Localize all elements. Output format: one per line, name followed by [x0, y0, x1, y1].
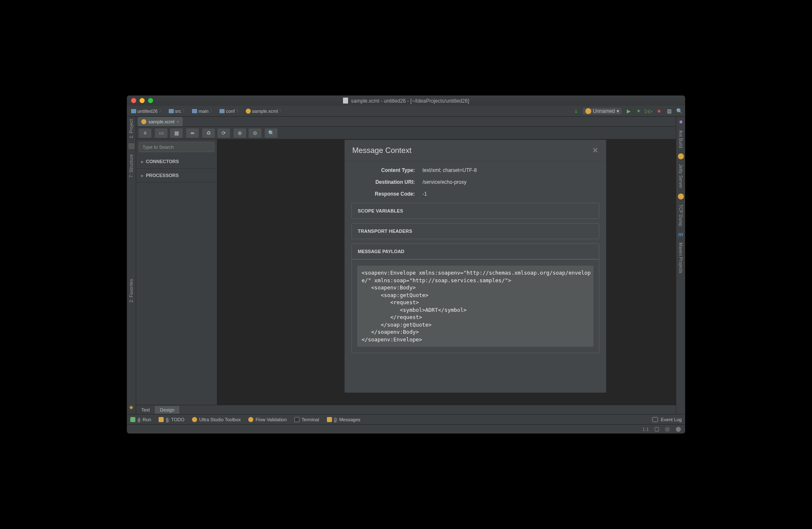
status-blob-icon[interactable] [676, 427, 681, 432]
editor-mode-tabs: Text Design [136, 405, 676, 414]
file-icon [343, 98, 348, 104]
tcp-icon[interactable] [678, 194, 684, 199]
nav-actions: ⇣ Unnamed ▾ ▶ ✶ ▷▷ ■ ▥ 🔍 [573, 108, 683, 115]
terminal-icon [294, 417, 299, 422]
run-icon [130, 417, 135, 422]
chevron-right-icon: ▸ [141, 173, 143, 178]
breadcrumb-item[interactable]: sample.xcml〉 [244, 107, 285, 115]
kv-value: -1 [422, 191, 427, 197]
folder-icon [169, 109, 174, 113]
tool-run[interactable]: 4: Run [130, 417, 151, 422]
tool-validation[interactable]: Flow Validation [248, 417, 287, 422]
message-payload-section: MESSAGE PAYLOAD <soapenv:Envelope xmlns:… [351, 243, 599, 353]
connectors-section[interactable]: ▸ CONNECTORS [136, 155, 217, 169]
search-input[interactable] [139, 142, 214, 152]
title-project: untitled26 [384, 98, 406, 104]
tool-favorites[interactable]: 2: Favorites [129, 279, 134, 303]
editor-area: sample.xcml × ≡ ▭ ▦ ⇹ ♻ ⟳ ⊕ ⊖ 🔍 [136, 117, 676, 414]
refresh-icon[interactable]: ⟳ [217, 128, 230, 138]
kv-row: Response Code: -1 [351, 191, 599, 197]
kv-key: Destination URI: [351, 179, 422, 185]
tool-jetty[interactable]: Jetty Server [678, 164, 683, 188]
chevron-right-icon: ▸ [141, 159, 143, 164]
close-icon[interactable]: × [176, 119, 179, 124]
title-file: sample.xcml [351, 98, 379, 104]
tool-terminal[interactable]: Terminal [294, 417, 319, 422]
xcml-icon [141, 119, 146, 124]
recycle-icon[interactable]: ♻ [202, 128, 215, 138]
jetty-icon[interactable] [678, 153, 684, 159]
view-grid-icon[interactable]: ▦ [170, 128, 183, 138]
tab-label: sample.xcml [148, 119, 174, 124]
kv-value: /service/echo-proxy [422, 179, 466, 185]
menu-icon[interactable]: ≡ [139, 128, 151, 138]
run-button[interactable]: ▶ [625, 108, 632, 115]
message-context-dialog: Message Context ✕ Content Type: text/xml… [344, 139, 606, 393]
kv-row: Destination URI: /service/echo-proxy [351, 179, 599, 185]
bubble-icon [652, 417, 658, 422]
window-title: sample.xcml - untitled26 - [~/IdeaProjec… [127, 98, 685, 104]
ide-window: sample.xcml - untitled26 - [~/IdeaProjec… [127, 95, 685, 434]
navigation-bar: untitled26〉 src〉 main〉 conf〉 sample.xcml… [127, 106, 685, 117]
toolbox-icon [192, 417, 197, 422]
palette-panel: ▸ CONNECTORS ▸ PROCESSORS [136, 139, 217, 405]
maven-icon[interactable]: m [678, 231, 683, 237]
editor-tab[interactable]: sample.xcml × [138, 117, 183, 126]
left-stripe: 1: Project 7: Structure 2: Favorites ★ [127, 117, 136, 414]
debug-button[interactable]: ✶ [635, 108, 642, 115]
tool-icon[interactable] [129, 143, 134, 149]
design-canvas[interactable]: Message Context ✕ Content Type: text/xml… [217, 139, 676, 405]
tool-tcp[interactable]: TCP Dump [678, 205, 683, 226]
todo-icon [159, 417, 164, 422]
rerun-button[interactable]: ▷▷ [645, 108, 652, 115]
right-stripe: ✹ Ant Build Jetty Server TCP Dump m Mave… [676, 117, 685, 414]
breadcrumb-item[interactable]: conf〉 [218, 107, 242, 115]
lock-icon[interactable] [655, 427, 659, 431]
payload-body: <soapenv:Envelope xmlns:soapenv="http://… [352, 259, 599, 353]
body: 1: Project 7: Structure 2: Favorites ★ s… [127, 117, 685, 414]
tab-design[interactable]: Design [155, 406, 179, 414]
payload-heading: MESSAGE PAYLOAD [352, 244, 599, 259]
config-avatar-icon [585, 108, 591, 114]
transport-headers-section[interactable]: TRANSPORT HEADERS [351, 223, 599, 239]
zoom-out-icon[interactable]: ⊖ [249, 128, 261, 138]
run-config-selector[interactable]: Unnamed ▾ [583, 108, 622, 115]
tool-messages[interactable]: 0: Messages [327, 417, 360, 422]
zoom-in-icon[interactable]: ⊕ [233, 128, 246, 138]
tool-windows-bar: 4: Run 6: TODO Ultra Studio Toolbox Flow… [127, 414, 685, 424]
hector-icon[interactable] [665, 427, 670, 432]
validation-icon [248, 417, 253, 422]
tool-maven[interactable]: Maven Projects [678, 243, 683, 273]
dialog-header: Message Context ✕ [345, 140, 606, 161]
payload-code[interactable]: <soapenv:Envelope xmlns:soapenv="http://… [357, 265, 594, 347]
breadcrumb-item[interactable]: untitled26〉 [129, 107, 165, 115]
kv-row: Content Type: text/xml; charset=UTF-8 [351, 167, 599, 173]
dialog-body: Content Type: text/xml; charset=UTF-8 De… [345, 161, 606, 357]
stop-button[interactable]: ■ [656, 108, 662, 115]
search-icon[interactable]: 🔍 [265, 128, 277, 138]
layout-icon[interactable]: ▥ [666, 108, 672, 115]
palette-search [139, 142, 214, 152]
close-icon[interactable]: ✕ [592, 146, 598, 155]
update-icon[interactable]: ⇣ [573, 108, 579, 115]
view-single-icon[interactable]: ▭ [155, 128, 167, 138]
scope-variables-section[interactable]: SCOPE VARIABLES [351, 203, 599, 219]
kv-value: text/xml; charset=UTF-8 [422, 167, 477, 173]
editor-tabs: sample.xcml × [136, 117, 676, 127]
search-icon[interactable]: 🔍 [676, 108, 683, 115]
tool-todo[interactable]: 6: TODO [159, 417, 184, 422]
tool-structure[interactable]: 7: Structure [129, 154, 134, 177]
event-log-button[interactable]: Event Log [661, 417, 682, 422]
tool-ant[interactable]: Ant Build [678, 130, 683, 148]
favorite-star-icon[interactable]: ★ [129, 404, 134, 411]
breadcrumb-item[interactable]: src〉 [167, 107, 189, 115]
tool-toolbox[interactable]: Ultra Studio Toolbox [192, 417, 241, 422]
align-icon[interactable]: ⇹ [186, 128, 199, 138]
kv-key: Response Code: [351, 191, 422, 197]
processors-section[interactable]: ▸ PROCESSORS [136, 169, 217, 183]
tab-text[interactable]: Text [136, 406, 155, 414]
ant-icon[interactable]: ✹ [679, 119, 683, 125]
tool-project[interactable]: 1: Project [129, 119, 134, 138]
breadcrumb-item[interactable]: main〉 [190, 107, 216, 115]
chevron-down-icon: ▾ [617, 108, 619, 114]
